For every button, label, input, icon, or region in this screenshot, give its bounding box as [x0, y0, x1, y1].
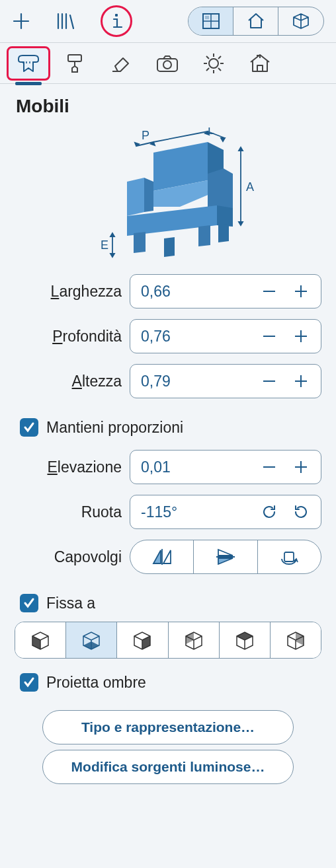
rotate-ccw-button[interactable]	[285, 495, 317, 528]
pin-face-bottom[interactable]	[66, 622, 117, 658]
flip-horizontal-button[interactable]	[130, 540, 194, 573]
top-toolbar	[0, 0, 336, 43]
view-3d-button[interactable]	[278, 7, 323, 35]
width-increment[interactable]	[285, 275, 317, 308]
info-icon[interactable]	[101, 5, 132, 37]
type-display-button[interactable]: Tipo e rappresentazione…	[42, 710, 294, 744]
keep-proportions-row[interactable]: Mantieni proporzioni	[15, 409, 321, 450]
depth-input[interactable]: 0,76	[130, 319, 321, 353]
flip-group	[130, 540, 321, 574]
pin-to-label: Fissa a	[46, 595, 95, 612]
keep-proportions-label: Mantieni proporzioni	[46, 419, 183, 437]
camera-tool-button[interactable]	[146, 46, 189, 81]
pin-to-checkbox[interactable]	[20, 594, 38, 612]
width-decrement[interactable]	[253, 275, 285, 308]
pin-face-left[interactable]	[15, 622, 66, 658]
measure-tool-button[interactable]	[7, 46, 50, 81]
depth-row: Profondità 0,76	[15, 319, 321, 353]
depth-increment[interactable]	[285, 320, 317, 353]
top-toolbar-left	[12, 5, 132, 37]
rotate-input[interactable]: -115°	[130, 495, 321, 529]
width-input[interactable]: 0,66	[130, 274, 321, 308]
view-mode-group	[188, 7, 324, 36]
diagram-width-label: L	[208, 127, 214, 137]
diagram-height-label: A	[246, 180, 254, 194]
furniture-diagram: P L A E	[0, 124, 336, 274]
width-row: Larghezza 0,66	[15, 274, 321, 308]
elevation-input[interactable]: 0,01	[130, 450, 321, 484]
flip-label: Capovolgi	[15, 548, 130, 566]
svg-rect-3	[68, 55, 81, 61]
flip-vertical-button[interactable]	[194, 540, 257, 573]
add-icon[interactable]	[12, 12, 30, 30]
pin-face-back-right[interactable]	[271, 622, 321, 658]
cast-shadows-row[interactable]: Proietta ombre	[15, 664, 321, 705]
svg-marker-14	[217, 205, 233, 227]
flip-rotate-button[interactable]	[258, 540, 321, 573]
rotate-value[interactable]: -115°	[141, 503, 253, 521]
rotate-label: Ruota	[15, 503, 130, 521]
svg-marker-15	[134, 232, 146, 253]
elevation-decrement[interactable]	[253, 451, 285, 484]
diagram-depth-label: P	[142, 129, 149, 142]
view-2d-button[interactable]	[189, 7, 233, 35]
light-sources-button[interactable]: Modifica sorgenti luminose…	[42, 750, 294, 784]
pin-face-group	[15, 622, 321, 659]
panel-title: Mobili	[0, 84, 336, 124]
rotate-row: Ruota -115°	[15, 495, 321, 529]
elevation-increment[interactable]	[285, 451, 317, 484]
tool-toolbar	[0, 43, 336, 84]
height-row: Altezza 0,79	[15, 364, 321, 398]
eraser-tool-button[interactable]	[99, 46, 143, 81]
pin-face-back-left[interactable]	[169, 622, 220, 658]
house-tool-button[interactable]	[238, 46, 282, 81]
svg-point-6	[209, 59, 218, 68]
svg-point-5	[163, 61, 171, 69]
view-home-button[interactable]	[233, 7, 278, 35]
library-icon[interactable]	[56, 12, 75, 30]
height-input[interactable]: 0,79	[130, 364, 321, 398]
cast-shadows-checkbox[interactable]	[20, 673, 38, 692]
width-value[interactable]: 0,66	[141, 283, 253, 301]
pin-face-top[interactable]	[220, 622, 271, 658]
keep-proportions-checkbox[interactable]	[20, 418, 38, 437]
diagram-elev-label: E	[101, 238, 108, 252]
svg-marker-10	[127, 178, 144, 216]
svg-rect-25	[284, 552, 294, 561]
elevation-row: Elevazione 0,01	[15, 450, 321, 484]
height-label: Altezza	[15, 373, 130, 390]
width-label: Larghezza	[15, 283, 130, 301]
svg-marker-11	[144, 178, 153, 212]
flip-row: Capovolgi	[15, 540, 321, 574]
cast-shadows-label: Proietta ombre	[46, 674, 146, 692]
height-value[interactable]: 0,79	[141, 373, 253, 390]
pin-face-right[interactable]	[117, 622, 168, 658]
depth-decrement[interactable]	[253, 320, 285, 353]
height-increment[interactable]	[285, 365, 317, 398]
depth-label: Profondità	[15, 328, 130, 345]
light-tool-button[interactable]	[192, 46, 235, 81]
svg-marker-17	[164, 237, 175, 257]
svg-marker-16	[198, 225, 210, 246]
elevation-value[interactable]: 0,01	[141, 458, 253, 476]
height-decrement[interactable]	[253, 365, 285, 398]
rotate-cw-button[interactable]	[253, 495, 285, 528]
svg-rect-0	[115, 14, 118, 17]
elevation-label: Elevazione	[15, 458, 130, 476]
svg-marker-18	[218, 224, 229, 242]
svg-rect-2	[205, 16, 209, 19]
pin-to-row[interactable]: Fissa a	[15, 585, 321, 619]
depth-value[interactable]: 0,76	[141, 328, 253, 345]
paint-tool-button[interactable]	[53, 46, 97, 81]
